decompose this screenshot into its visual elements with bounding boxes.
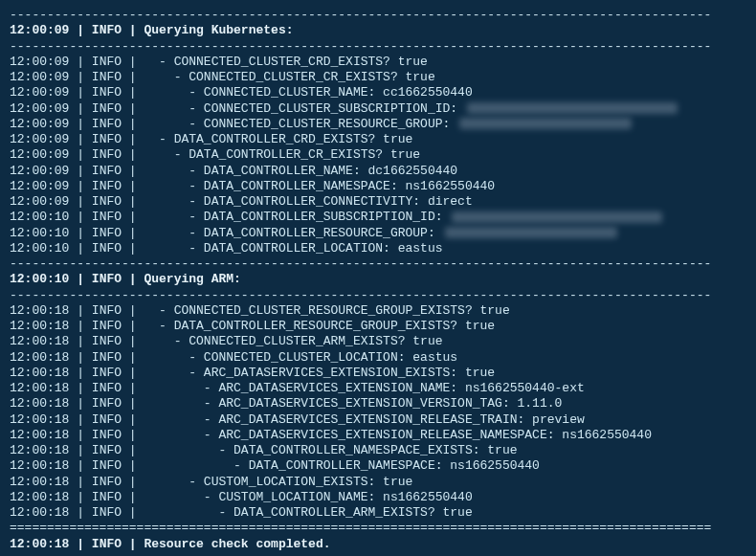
log-message: - CONNECTED_CLUSTER_NAME: cc1662550440: [144, 85, 472, 100]
log-message: - CONNECTED_CLUSTER_CRD_EXISTS? true: [144, 55, 427, 69]
log-message: - DATA_CONTROLLER_NAMESPACE: ns166255044…: [144, 179, 495, 193]
log-message: - CONNECTED_CLUSTER_ARM_EXISTS? true: [144, 334, 442, 348]
log-message: - CUSTOM_LOCATION_EXISTS: true: [144, 475, 412, 489]
log-time: 12:00:18: [10, 537, 69, 551]
log-line: 12:00:18 | INFO | - DATA_CONTROLLER_NAME…: [10, 443, 746, 458]
log-time: 12:00:18: [10, 396, 69, 411]
log-time: 12:00:09: [10, 117, 69, 131]
log-time: 12:00:18: [10, 443, 69, 457]
log-line: 12:00:18 | INFO | - CONNECTED_CLUSTER_AR…: [10, 334, 746, 349]
log-message: - DATA_CONTROLLER_SUBSCRIPTION_ID:: [144, 210, 450, 224]
log-level: INFO: [92, 194, 122, 209]
log-line: ----------------------------------------…: [10, 288, 746, 303]
log-level: INFO: [92, 70, 122, 84]
log-time: 12:00:09: [10, 23, 69, 37]
log-level: INFO: [92, 55, 122, 69]
log-message: - DATA_CONTROLLER_NAME: dc1662550440: [144, 164, 457, 178]
log-time: 12:00:18: [10, 475, 69, 489]
log-time: 12:00:18: [10, 458, 69, 473]
log-time: 12:00:18: [10, 490, 69, 504]
log-level: INFO: [92, 319, 122, 333]
log-line: 12:00:18 | INFO | - DATA_CONTROLLER_ARM_…: [10, 505, 746, 521]
log-time: 12:00:09: [10, 164, 69, 178]
log-level: INFO: [92, 366, 122, 380]
log-line: 12:00:09 | INFO | - CONNECTED_CLUSTER_CR…: [10, 55, 746, 70]
log-line: 12:00:09 | INFO | - CONNECTED_CLUSTER_SU…: [10, 101, 746, 117]
log-time: 12:00:18: [10, 381, 69, 395]
log-message: Querying ARM:: [144, 272, 240, 286]
log-line: 12:00:09 | INFO | - CONNECTED_CLUSTER_CR…: [10, 70, 746, 85]
redacted-value: [459, 118, 632, 129]
log-time: 12:00:18: [10, 366, 69, 380]
log-level: INFO: [92, 505, 122, 520]
log-message: Querying Kubernetes:: [144, 23, 293, 37]
terminal-output: ----------------------------------------…: [0, 0, 756, 556]
log-time: 12:00:10: [10, 272, 69, 286]
log-level: INFO: [92, 350, 122, 365]
log-line: ========================================…: [10, 521, 746, 536]
log-level: INFO: [92, 334, 122, 348]
log-message: - DATA_CONTROLLER_RESOURCE_GROUP_EXISTS?…: [144, 319, 495, 333]
log-message: - ARC_DATASERVICES_EXTENSION_RELEASE_NAM…: [144, 428, 652, 442]
log-line: ----------------------------------------…: [10, 256, 746, 272]
log-message: - DATA_CONTROLLER_CR_EXISTS? true: [144, 147, 420, 162]
log-level: INFO: [92, 164, 122, 178]
log-line: 12:00:09 | INFO | - DATA_CONTROLLER_CR_E…: [10, 147, 746, 163]
log-time: 12:00:10: [10, 241, 69, 256]
log-line: 12:00:18 | INFO | - ARC_DATASERVICES_EXT…: [10, 428, 746, 443]
log-level: INFO: [92, 179, 122, 193]
log-level: INFO: [92, 475, 122, 489]
log-line: 12:00:09 | INFO | Querying Kubernetes:: [10, 23, 746, 38]
log-line: 12:00:09 | INFO | - DATA_CONTROLLER_NAME…: [10, 164, 746, 179]
log-time: 12:00:09: [10, 179, 69, 193]
log-level: INFO: [92, 147, 122, 162]
log-time: 12:00:09: [10, 70, 69, 84]
log-level: INFO: [92, 537, 122, 551]
log-message: - DATA_CONTROLLER_CONNECTIVITY: direct: [144, 194, 472, 209]
log-line: 12:00:18 | INFO | - ARC_DATASERVICES_EXT…: [10, 412, 746, 428]
log-time: 12:00:18: [10, 334, 69, 348]
log-message: - CONNECTED_CLUSTER_RESOURCE_GROUP_EXIST…: [144, 303, 509, 318]
log-time: 12:00:10: [10, 210, 69, 224]
log-line: 12:00:09 | INFO | - DATA_CONTROLLER_CRD_…: [10, 132, 746, 147]
log-line: 12:00:18 | INFO | - DATA_CONTROLLER_NAME…: [10, 458, 746, 474]
log-line: ----------------------------------------…: [10, 8, 746, 23]
log-line: 12:00:10 | INFO | - DATA_CONTROLLER_SUBS…: [10, 210, 746, 225]
log-time: 12:00:18: [10, 350, 69, 365]
log-message: - CONNECTED_CLUSTER_CR_EXISTS? true: [144, 70, 434, 84]
log-line: 12:00:18 | INFO | - ARC_DATASERVICES_EXT…: [10, 396, 746, 411]
log-time: 12:00:18: [10, 319, 69, 333]
log-level: INFO: [92, 241, 122, 256]
log-line: 12:00:18 | INFO | - CONNECTED_CLUSTER_RE…: [10, 303, 746, 319]
log-message: - CUSTOM_LOCATION_NAME: ns1662550440: [144, 490, 472, 504]
log-message: - ARC_DATASERVICES_EXTENSION_VERSION_TAG…: [144, 396, 562, 411]
log-time: 12:00:09: [10, 85, 69, 100]
log-time: 12:00:09: [10, 147, 69, 162]
log-time: 12:00:18: [10, 428, 69, 442]
log-level: INFO: [92, 101, 122, 116]
log-message: - DATA_CONTROLLER_RESOURCE_GROUP:: [144, 226, 442, 240]
log-line: 12:00:10 | INFO | Querying ARM:: [10, 272, 746, 287]
log-level: INFO: [92, 396, 122, 411]
log-time: 12:00:09: [10, 101, 69, 116]
redacted-value: [445, 227, 617, 238]
log-level: INFO: [92, 23, 122, 37]
log-line: 12:00:09 | INFO | - CONNECTED_CLUSTER_NA…: [10, 85, 746, 100]
log-level: INFO: [92, 226, 122, 240]
log-message: - ARC_DATASERVICES_EXTENSION_RELEASE_TRA…: [144, 412, 584, 427]
redacted-value: [452, 211, 662, 223]
log-message: - CONNECTED_CLUSTER_SUBSCRIPTION_ID:: [144, 101, 464, 116]
log-line: ----------------------------------------…: [10, 39, 746, 55]
log-line: 12:00:18 | INFO | - ARC_DATASERVICES_EXT…: [10, 366, 746, 381]
log-message: - DATA_CONTROLLER_CRD_EXISTS? true: [144, 132, 412, 146]
log-message: - CONNECTED_CLUSTER_RESOURCE_GROUP:: [144, 117, 457, 131]
log-line: 12:00:10 | INFO | - DATA_CONTROLLER_LOCA…: [10, 241, 746, 256]
log-line: 12:00:18 | INFO | - CONNECTED_CLUSTER_LO…: [10, 350, 746, 366]
log-line: 12:00:18 | INFO | - CUSTOM_LOCATION_EXIS…: [10, 475, 746, 490]
log-message: - CONNECTED_CLUSTER_LOCATION: eastus: [144, 350, 457, 365]
log-message: - DATA_CONTROLLER_NAMESPACE_EXISTS: true: [144, 443, 517, 457]
log-line: 12:00:10 | INFO | - DATA_CONTROLLER_RESO…: [10, 226, 746, 241]
log-line: 12:00:09 | INFO | - CONNECTED_CLUSTER_RE…: [10, 117, 746, 132]
log-time: 12:00:18: [10, 412, 69, 427]
log-message: - DATA_CONTROLLER_NAMESPACE: ns166255044…: [144, 458, 539, 473]
